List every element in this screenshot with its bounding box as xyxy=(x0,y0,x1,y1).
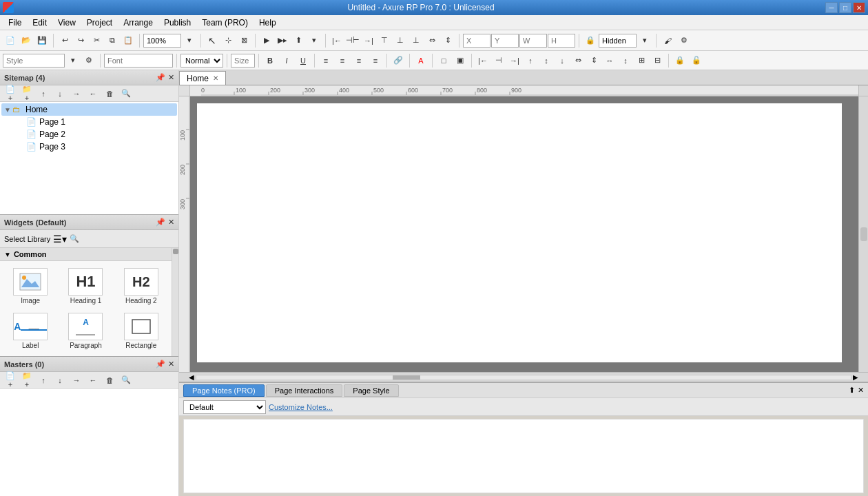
crop-tool[interactable]: ⊠ xyxy=(236,33,251,48)
tab-page-notes[interactable]: Page Notes (PRO) xyxy=(183,384,265,397)
minimize-button[interactable]: ─ xyxy=(825,2,838,13)
style-options[interactable]: ⚙ xyxy=(81,53,96,68)
menu-team[interactable]: Team (PRO) xyxy=(196,17,254,29)
masters-indent-in[interactable]: → xyxy=(69,373,84,388)
unlock-widget[interactable]: 🔓 xyxy=(689,53,704,68)
scroll-left-btn[interactable]: ◀ xyxy=(189,373,194,381)
widget-search-icon[interactable]: 🔍 xyxy=(70,234,79,243)
menu-help[interactable]: Help xyxy=(254,17,282,29)
tab-page-style[interactable]: Page Style xyxy=(344,384,398,397)
sitemap-add-child[interactable]: 📁+ xyxy=(19,86,34,101)
menu-view[interactable]: View xyxy=(52,17,81,29)
widget-scrollbar[interactable] xyxy=(172,248,178,356)
align-text-right[interactable]: ≡ xyxy=(351,53,366,68)
font-size-input[interactable] xyxy=(231,54,255,68)
y-input[interactable] xyxy=(491,34,519,48)
widget-label[interactable]: A ___ Label xyxy=(4,310,56,352)
menu-edit[interactable]: Edit xyxy=(27,17,52,29)
menu-file[interactable]: File xyxy=(3,17,27,29)
select-library-label[interactable]: Select Library xyxy=(4,235,50,243)
publish-share[interactable]: ⬆ xyxy=(291,33,306,48)
link-button[interactable]: 🔗 xyxy=(391,53,406,68)
widget-image[interactable]: Image xyxy=(4,265,56,307)
preview-button[interactable]: ▶ xyxy=(259,33,274,48)
menu-arrange[interactable]: Arrange xyxy=(118,17,158,29)
open-button[interactable]: 📂 xyxy=(19,33,34,48)
h-scrollbar[interactable]: ◀ ▶ xyxy=(179,372,868,382)
home-tab[interactable]: Home ✕ xyxy=(179,71,226,85)
h-input[interactable] xyxy=(548,34,575,48)
maximize-button[interactable]: □ xyxy=(839,2,851,13)
font-color-button[interactable]: A xyxy=(413,53,428,68)
sitemap-move-up[interactable]: ↑ xyxy=(36,86,51,101)
font-family-input[interactable] xyxy=(104,54,173,68)
hidden-dropdown[interactable]: ▾ xyxy=(637,33,652,48)
sitemap-move-down[interactable]: ↓ xyxy=(52,86,68,101)
tree-item-page3[interactable]: 📄 Page 3 xyxy=(15,141,177,153)
sitemap-search[interactable]: 🔍 xyxy=(118,86,134,101)
align-widget-top[interactable]: ↑ xyxy=(523,53,538,68)
widget-menu-icon[interactable]: ☰▾ xyxy=(53,234,67,245)
sitemap-delete[interactable]: 🗑 xyxy=(102,86,117,101)
widget-fill-btn[interactable]: ▣ xyxy=(453,53,468,68)
widget-h1[interactable]: H1 Heading 1 xyxy=(59,265,112,307)
h-scroll-track[interactable] xyxy=(196,375,851,380)
tree-item-page1[interactable]: 📄 Page 1 xyxy=(15,116,177,128)
bold-button[interactable]: B xyxy=(262,53,278,68)
dist-widget-h[interactable]: ⇔ xyxy=(570,53,586,68)
widget-h2[interactable]: H2 Heading 2 xyxy=(115,265,167,307)
home-tab-close[interactable]: ✕ xyxy=(213,74,218,82)
menu-project[interactable]: Project xyxy=(81,17,118,29)
ungroup-btn[interactable]: ⊟ xyxy=(650,53,665,68)
align-widget-right[interactable]: →| xyxy=(507,53,522,68)
align-top[interactable]: ⊤ xyxy=(377,33,392,48)
v-scrollbar[interactable] xyxy=(858,96,868,372)
masters-move-down[interactable]: ↓ xyxy=(52,373,68,388)
connect-tool[interactable]: ⊹ xyxy=(220,33,236,48)
align-middle[interactable]: ⊥ xyxy=(393,33,408,48)
masters-add-folder[interactable]: 📁+ xyxy=(19,373,34,388)
align-widget-center[interactable]: ⊣ xyxy=(491,53,506,68)
masters-move-up[interactable]: ↑ xyxy=(36,373,51,388)
preview-options[interactable]: ▶▸ xyxy=(275,33,290,48)
w-input[interactable] xyxy=(519,34,547,48)
sitemap-indent-out[interactable]: ← xyxy=(85,86,101,101)
underline-button[interactable]: U xyxy=(296,53,311,68)
customize-notes-link[interactable]: Customize Notes... xyxy=(269,403,333,411)
align-center[interactable]: ⊣⊢ xyxy=(345,33,360,48)
masters-indent-out[interactable]: ← xyxy=(85,373,101,388)
distribute-h[interactable]: ⇔ xyxy=(424,33,440,48)
select-tool[interactable]: ↖ xyxy=(205,33,220,48)
publish-dropdown[interactable]: ▾ xyxy=(307,33,322,48)
save-button[interactable]: 💾 xyxy=(34,33,50,48)
distribute-v[interactable]: ⇕ xyxy=(440,33,455,48)
align-left[interactable]: |← xyxy=(329,33,344,48)
align-widget-bot[interactable]: ↓ xyxy=(555,53,570,68)
scroll-right-btn[interactable]: ▶ xyxy=(853,373,858,381)
italic-button[interactable]: I xyxy=(279,53,294,68)
format-options[interactable]: ⚙ xyxy=(676,33,692,48)
sitemap-indent-in[interactable]: → xyxy=(69,86,84,101)
masters-add[interactable]: 📄+ xyxy=(3,373,18,388)
notes-select[interactable]: Default xyxy=(183,400,266,414)
widget-style-input[interactable] xyxy=(3,54,65,68)
align-widget-mid[interactable]: ↕ xyxy=(539,53,554,68)
format-painter[interactable]: 🖌 xyxy=(660,33,675,48)
align-right[interactable]: →| xyxy=(361,33,376,48)
same-height[interactable]: ↕ xyxy=(618,53,633,68)
sitemap-add-page[interactable]: 📄+ xyxy=(3,86,18,101)
widget-rectangle[interactable]: Rectangle xyxy=(115,310,167,352)
bottom-expand-icon[interactable]: ⬆ xyxy=(849,386,855,395)
masters-delete[interactable]: 🗑 xyxy=(102,373,117,388)
align-widget-left[interactable]: |← xyxy=(475,53,490,68)
lock-widget[interactable]: 🔒 xyxy=(672,53,688,68)
sitemap-pin-icon[interactable]: 📌 xyxy=(156,73,165,82)
tree-item-page2[interactable]: 📄 Page 2 xyxy=(15,128,177,141)
group-btn[interactable]: ⊞ xyxy=(634,53,649,68)
dist-widget-v[interactable]: ⇕ xyxy=(586,53,601,68)
tab-page-interactions[interactable]: Page Interactions xyxy=(266,384,343,397)
v-scroll-thumb[interactable] xyxy=(860,227,867,241)
align-bottom[interactable]: ⊥ xyxy=(409,33,424,48)
masters-pin-icon[interactable]: 📌 xyxy=(156,360,165,369)
new-button[interactable]: 📄 xyxy=(3,33,18,48)
